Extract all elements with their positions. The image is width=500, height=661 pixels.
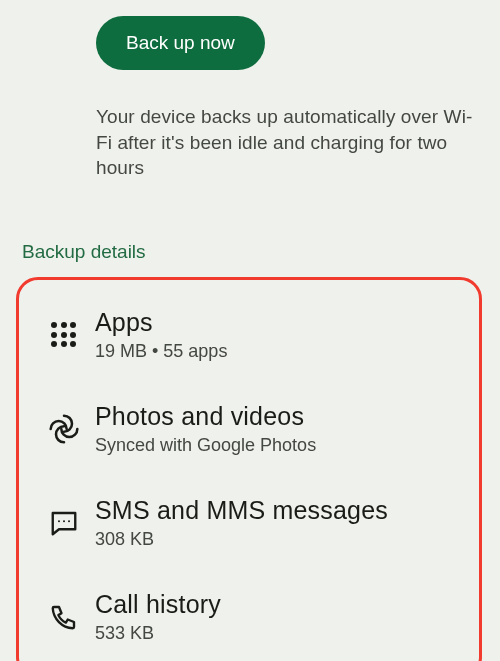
backup-item-subtitle: 308 KB [95, 529, 465, 550]
apps-icon [33, 321, 95, 349]
backup-now-button[interactable]: Back up now [96, 16, 265, 70]
svg-point-0 [58, 520, 60, 522]
backup-item-photos[interactable]: Photos and videos Synced with Google Pho… [19, 382, 479, 476]
backup-info-text: Your device backs up automatically over … [96, 104, 482, 181]
svg-point-1 [63, 520, 65, 522]
backup-details-heading: Backup details [22, 241, 482, 263]
backup-details-list: Apps 19 MB • 55 apps Photos and videos S… [16, 277, 482, 661]
svg-point-2 [68, 520, 70, 522]
backup-item-apps[interactable]: Apps 19 MB • 55 apps [19, 288, 479, 382]
backup-item-subtitle: 533 KB [95, 623, 465, 644]
backup-item-title: Call history [95, 590, 465, 619]
backup-item-title: SMS and MMS messages [95, 496, 465, 525]
backup-item-title: Apps [95, 308, 465, 337]
backup-item-sms[interactable]: SMS and MMS messages 308 KB [19, 476, 479, 570]
backup-item-title: Photos and videos [95, 402, 465, 431]
phone-icon [33, 602, 95, 632]
backup-item-subtitle: Synced with Google Photos [95, 435, 465, 456]
message-icon [33, 508, 95, 538]
photos-pinwheel-icon [33, 413, 95, 445]
backup-item-calls[interactable]: Call history 533 KB [19, 570, 479, 661]
backup-item-subtitle: 19 MB • 55 apps [95, 341, 465, 362]
